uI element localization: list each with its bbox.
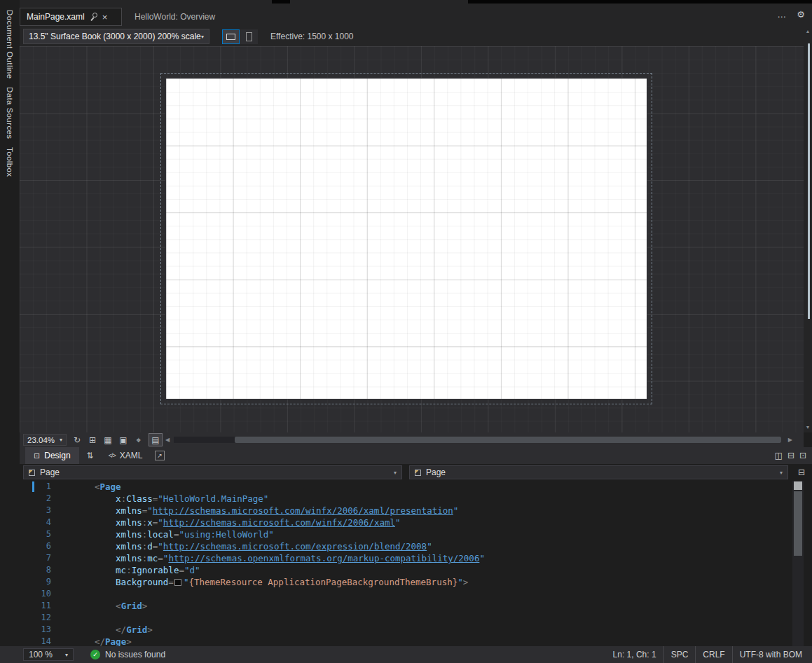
- vertical-scrollbar[interactable]: ▲ ▼: [804, 27, 812, 432]
- line-numbers: 1234567891011121314: [32, 481, 53, 646]
- scrollbar-thumb[interactable]: [794, 491, 802, 556]
- scrollbar-grip[interactable]: [794, 481, 802, 490]
- snap-grid-icon[interactable]: ▦: [101, 433, 115, 446]
- horizontal-scrollbar-thumb[interactable]: [235, 437, 781, 443]
- tab-label: MainPage.xaml: [27, 12, 85, 22]
- design-xaml-splitter: ⊡ Design ⇅ </> XAML ↗ ◫ ⊟ ⊡: [20, 447, 812, 464]
- overflow-icon[interactable]: …: [777, 9, 786, 20]
- snap-to-snaplines-icon[interactable]: ⌖: [132, 433, 146, 446]
- titlebar-fragment: [468, 0, 812, 4]
- popout-icon[interactable]: ↗: [155, 451, 165, 460]
- breadcrumb-options-icon[interactable]: ⊟: [795, 467, 808, 477]
- horizontal-scrollbar[interactable]: [174, 437, 781, 443]
- breadcrumb-element-right[interactable]: Page ▾: [409, 465, 788, 479]
- device-toolbar: 13.5" Surface Book (3000 x 2000) 200% sc…: [20, 27, 804, 46]
- show-grid-icon[interactable]: ⊞: [85, 433, 99, 446]
- tab-xaml[interactable]: </> XAML: [102, 451, 150, 460]
- effective-resolution-label: Effective: 1500 x 1000: [270, 32, 354, 41]
- element-icon: [415, 470, 421, 476]
- tab-helloworld-overview[interactable]: HelloWorld: Overview: [123, 8, 226, 26]
- chevron-down-icon: ▾: [780, 470, 783, 476]
- line-ending-label: CRLF: [695, 646, 731, 663]
- portrait-icon: [246, 32, 252, 41]
- page-artboard[interactable]: [165, 78, 647, 399]
- vertical-scrollbar-thumb[interactable]: [808, 43, 810, 319]
- split-vertical-icon[interactable]: ◫: [775, 451, 783, 460]
- tab-design[interactable]: ⊡ Design: [25, 447, 79, 464]
- breadcrumb-element-label: Page: [40, 467, 60, 477]
- tool-window-tab-strip: Document Outline Data Sources Toolbox: [0, 0, 20, 646]
- zoom-selector[interactable]: 23.04% ▾: [23, 434, 67, 446]
- sidebar-tab-document-outline[interactable]: Document Outline: [6, 10, 14, 78]
- scroll-down-icon[interactable]: ▼: [804, 425, 812, 430]
- chevron-down-icon: ▾: [60, 437, 62, 443]
- editor-vertical-scrollbar[interactable]: [792, 481, 804, 646]
- editor-zoom-selector[interactable]: 100 % ▾: [23, 648, 74, 661]
- zoom-value: 23.04%: [27, 436, 55, 444]
- color-swatch: [174, 579, 181, 586]
- gear-icon[interactable]: ⚙: [797, 9, 805, 20]
- landscape-icon: [226, 34, 235, 40]
- editor-zoom-value: 100 %: [29, 650, 53, 659]
- device-selector-value: 13.5" Surface Book (3000 x 2000) 200% sc…: [29, 32, 201, 41]
- split-horizontal-icon[interactable]: ⊟: [787, 451, 794, 460]
- breadcrumb-element-label: Page: [426, 467, 446, 477]
- editor-status-bar: 100 % ▾ ✓ No issues found Ln: 1, Ch: 1 S…: [0, 646, 812, 663]
- chevron-down-icon: ▾: [201, 34, 204, 40]
- disable-project-code-icon[interactable]: ▤: [149, 433, 163, 446]
- indent-mode-label: SPC: [663, 646, 696, 663]
- breadcrumb-element-left[interactable]: Page ▾: [23, 465, 402, 479]
- encoding-label: UTF-8 with BOM: [732, 646, 812, 663]
- scroll-up-icon[interactable]: ▲: [804, 29, 812, 34]
- element-breadcrumb-bar: Page ▾ Page ▾ ⊟: [20, 464, 812, 481]
- designer-zoom-bar: 23.04% ▾ ↻ ⊞ ▦ ▣ ⌖ ▤ ◀ ▶: [20, 432, 804, 447]
- design-surface[interactable]: [20, 46, 804, 432]
- document-tab-bar: MainPage.xaml × HelloWorld: Overview … ⚙: [20, 0, 812, 27]
- chevron-down-icon: ▾: [65, 652, 68, 658]
- cursor-position-label: Ln: 1, Ch: 1: [606, 646, 663, 663]
- scroll-right-icon[interactable]: ▶: [788, 437, 792, 443]
- tab-label: HelloWorld: Overview: [135, 12, 215, 22]
- xaml-code-editor[interactable]: 1234567891011121314 <Pagex:Class="HelloW…: [20, 481, 812, 646]
- xaml-tab-label: XAML: [120, 451, 143, 460]
- check-circle-icon: ✓: [90, 650, 100, 659]
- close-icon[interactable]: ×: [102, 13, 108, 22]
- code-lines[interactable]: <Pagex:Class="HelloWorld.MainPage"xmlns=…: [95, 481, 795, 646]
- status-message: No issues found: [105, 650, 165, 659]
- tab-mainpage-xaml[interactable]: MainPage.xaml ×: [20, 8, 122, 26]
- element-icon: [29, 470, 35, 476]
- chevron-down-icon: ▾: [394, 470, 397, 476]
- scroll-left-icon[interactable]: ◀: [165, 437, 170, 443]
- pin-icon[interactable]: [90, 13, 97, 21]
- sidebar-tab-data-sources[interactable]: Data Sources: [6, 87, 14, 139]
- portrait-orientation-button[interactable]: [240, 29, 258, 44]
- design-tab-label: Design: [44, 451, 70, 460]
- device-selector[interactable]: 13.5" Surface Book (3000 x 2000) 200% sc…: [23, 29, 209, 44]
- xaml-icon: </>: [109, 452, 116, 459]
- refresh-icon[interactable]: ↻: [70, 433, 84, 446]
- breakpoint-margin[interactable]: [20, 481, 32, 646]
- visual-studio-xaml-designer: Document Outline Data Sources Toolbox Ma…: [0, 0, 812, 663]
- collapse-pane-icon[interactable]: ⊡: [799, 451, 806, 460]
- design-icon: ⊡: [34, 451, 40, 460]
- landscape-orientation-button[interactable]: [222, 29, 240, 44]
- snaplines-icon[interactable]: ▣: [116, 433, 130, 446]
- sidebar-tab-toolbox[interactable]: Toolbox: [6, 147, 14, 177]
- swap-panes-icon[interactable]: ⇅: [87, 451, 94, 460]
- titlebar-fragment: [272, 0, 290, 4]
